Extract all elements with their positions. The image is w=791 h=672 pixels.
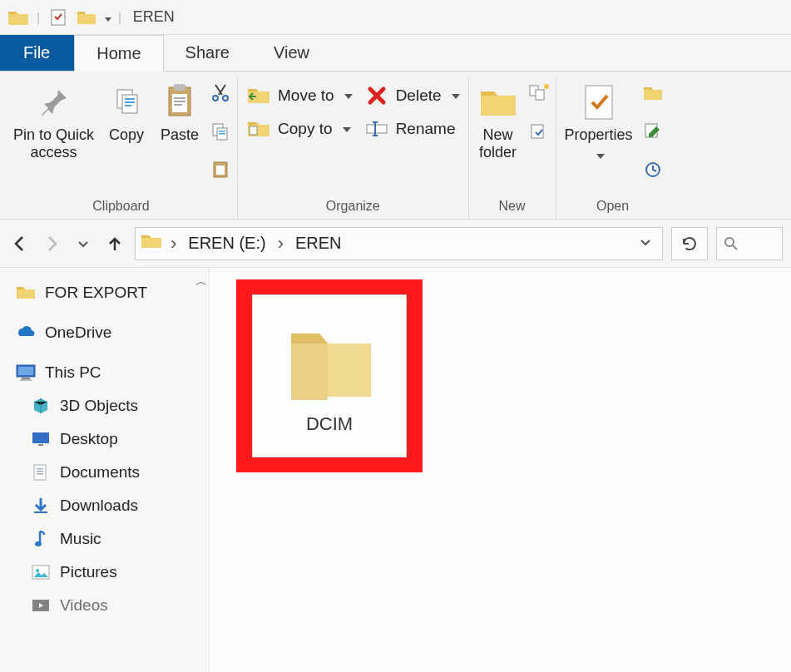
svg-point-32 [725, 238, 734, 246]
new-item-icon[interactable] [527, 82, 551, 105]
pin-to-quick-access-button[interactable]: Pin to Quick access [10, 78, 97, 165]
sidebar-item-downloads[interactable]: Downloads [0, 489, 209, 522]
folder-item-label: DCIM [306, 413, 353, 435]
refresh-button[interactable] [671, 227, 708, 260]
svg-rect-36 [22, 378, 30, 379]
edit-icon[interactable] [641, 120, 665, 143]
move-to-button[interactable]: Move to [243, 82, 356, 110]
paste-shortcut-icon[interactable] [209, 158, 232, 181]
sidebar-label: Documents [60, 463, 140, 482]
sidebar-item-3d-objects[interactable]: 3D Objects [0, 389, 209, 422]
cut-icon[interactable] [209, 82, 232, 105]
breadcrumb-folder[interactable]: EREN [292, 234, 345, 253]
svg-rect-35 [18, 367, 33, 375]
sidebar-item-music[interactable]: Music [0, 522, 209, 556]
tab-view[interactable]: View [252, 35, 332, 71]
svg-rect-5 [125, 105, 131, 106]
chevron-down-icon [341, 86, 353, 105]
pin-icon [33, 82, 75, 123]
sidebar-label: Videos [60, 596, 108, 615]
delete-icon [364, 83, 389, 108]
new-folder-label: New folder [479, 126, 517, 161]
chevron-down-icon [339, 120, 351, 138]
new-folder-button[interactable]: New folder [474, 78, 522, 165]
music-icon [30, 528, 52, 550]
svg-rect-9 [174, 97, 185, 99]
sidebar-item-for-export[interactable]: FOR EXPORT [0, 276, 209, 309]
delete-button[interactable]: Delete [361, 82, 463, 110]
nav-forward-button[interactable] [40, 230, 63, 257]
svg-rect-38 [32, 432, 49, 443]
paste-button[interactable]: Paste [156, 78, 204, 147]
copy-to-button[interactable]: Copy to [243, 115, 356, 143]
addr-dropdown[interactable] [634, 234, 657, 253]
svg-rect-40 [34, 465, 46, 480]
properties-button[interactable]: Properties [561, 78, 636, 168]
folder-item-dcim[interactable]: DCIM [252, 294, 407, 457]
this-pc-icon [15, 362, 37, 383]
svg-rect-41 [37, 468, 43, 470]
sidebar-item-onedrive[interactable]: OneDrive [0, 316, 209, 349]
svg-rect-10 [174, 101, 185, 102]
sidebar-item-pictures[interactable]: Pictures [0, 556, 209, 589]
sidebar-item-videos[interactable]: Videos [0, 589, 209, 622]
organize-group-label: Organize [243, 195, 463, 215]
documents-icon [30, 462, 52, 483]
ribbon-group-clipboard: Pin to Quick access Copy Paste [5, 77, 238, 219]
history-icon[interactable] [641, 158, 665, 181]
breadcrumb-drive[interactable]: EREN (E:) [185, 234, 269, 253]
ribbon-tabs: File Home Share View [0, 35, 791, 72]
sidebar-item-desktop[interactable]: Desktop [0, 422, 209, 456]
svg-rect-26 [536, 90, 544, 100]
svg-rect-7 [174, 84, 185, 91]
tab-file[interactable]: File [0, 35, 74, 71]
desktop-icon [30, 428, 52, 450]
rename-label: Rename [396, 120, 456, 138]
svg-rect-44 [34, 511, 47, 513]
svg-rect-3 [125, 98, 135, 100]
delete-label: Delete [396, 86, 442, 105]
window-folder-icon [7, 7, 30, 27]
copy-label: Copy [109, 126, 144, 144]
new-group-label: New [474, 195, 551, 215]
svg-rect-17 [219, 133, 225, 135]
sidebar-label: 3D Objects [60, 397, 138, 415]
copy-icon [106, 82, 147, 123]
nav-up-button[interactable] [103, 230, 126, 257]
ribbon-group-organize: Move to Copy to Delete [238, 77, 469, 219]
content-pane[interactable]: DCIM [210, 268, 791, 672]
sidebar-label: Downloads [60, 497, 138, 515]
separator: | [35, 10, 42, 24]
open-icon[interactable] [641, 82, 665, 105]
annotation-highlight: DCIM [236, 279, 423, 472]
ribbon-group-new: New folder New [469, 77, 556, 219]
tab-share[interactable]: Share [164, 35, 252, 71]
qat-newfolder-icon[interactable] [75, 7, 98, 27]
copy-button[interactable]: Copy [102, 78, 151, 147]
search-input[interactable] [716, 227, 783, 260]
svg-point-47 [36, 569, 39, 572]
nav-recent-dropdown[interactable] [72, 230, 95, 257]
address-bar[interactable]: EREN (E:) EREN [135, 227, 663, 260]
copy-path-icon[interactable] [209, 120, 232, 143]
sidebar-label: FOR EXPORT [45, 284, 147, 302]
qat-dropdown[interactable] [103, 10, 111, 24]
sidebar-scroll-up[interactable]: ︿ [194, 274, 209, 289]
ribbon: Pin to Quick access Copy Paste [0, 72, 791, 220]
sidebar-item-documents[interactable]: Documents [0, 456, 209, 489]
svg-rect-39 [38, 444, 43, 446]
sidebar-label: Music [60, 530, 101, 548]
properties-icon [578, 82, 620, 123]
copy-to-icon [246, 116, 271, 141]
nav-back-button[interactable] [8, 230, 32, 257]
folder-icon [15, 282, 37, 304]
rename-button[interactable]: Rename [361, 115, 463, 143]
svg-rect-37 [20, 379, 32, 381]
pictures-icon [30, 561, 52, 583]
sidebar-item-this-pc[interactable]: This PC [0, 356, 209, 389]
qat-properties-icon[interactable] [47, 7, 70, 27]
clipboard-group-label: Clipboard [10, 195, 232, 215]
easy-access-icon[interactable] [527, 120, 551, 143]
addr-folder-icon [141, 232, 162, 254]
tab-home[interactable]: Home [74, 35, 163, 72]
